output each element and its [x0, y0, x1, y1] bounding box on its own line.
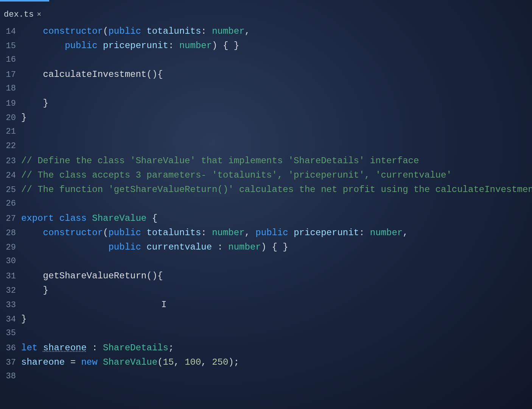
line-number: 35 — [0, 328, 21, 338]
code-line[interactable]: 37 shareone = new ShareValue(15, 100, 25… — [0, 357, 532, 372]
code-line[interactable]: 25 // The function 'getShareValueReturn(… — [0, 184, 532, 199]
code-line[interactable]: 32 } — [0, 285, 532, 300]
line-number: 15 — [0, 41, 21, 51]
line-number: 26 — [0, 199, 21, 208]
code-content[interactable]: // The class accepts 3 parameters- 'tota… — [21, 170, 532, 180]
code-content[interactable]: public priceperunit: number) { } — [21, 41, 532, 51]
code-content[interactable]: constructor(public totalunits: number, p… — [21, 228, 532, 238]
tab-label: dex.ts — [4, 10, 34, 19]
code-line[interactable]: 22 — [0, 141, 532, 156]
line-number: 36 — [0, 343, 21, 353]
code-content[interactable]: } — [21, 98, 532, 108]
line-number: 31 — [0, 272, 21, 281]
code-editor[interactable]: 14 constructor(public totalunits: number… — [0, 26, 532, 386]
code-line[interactable]: 21 — [0, 127, 532, 141]
code-line[interactable]: 28 constructor(public totalunits: number… — [0, 228, 532, 242]
code-content[interactable]: I — [21, 300, 532, 310]
code-line[interactable]: 14 constructor(public totalunits: number… — [0, 26, 532, 41]
line-number: 24 — [0, 171, 21, 180]
tab-dex-ts[interactable]: dex.ts × — [0, 8, 45, 21]
line-number: 19 — [0, 99, 21, 108]
close-icon[interactable]: × — [37, 11, 41, 19]
code-line[interactable]: 15 public priceperunit: number) { } — [0, 41, 532, 55]
code-line[interactable]: 27 export class ShareValue { — [0, 213, 532, 228]
code-content[interactable]: // Define the class 'ShareValue' that im… — [21, 156, 532, 166]
code-content[interactable]: calculateInvestment(){ — [21, 69, 532, 80]
line-number: 21 — [0, 127, 21, 136]
code-line[interactable]: 26 — [0, 199, 532, 213]
code-line[interactable]: 33 I — [0, 300, 532, 314]
code-content[interactable]: } — [21, 112, 532, 123]
code-line[interactable]: 19 } — [0, 98, 532, 112]
code-content[interactable]: } — [21, 314, 532, 324]
line-number: 34 — [0, 315, 21, 324]
line-number: 25 — [0, 185, 21, 195]
line-number: 16 — [0, 55, 21, 64]
code-content[interactable]: export class ShareValue { — [21, 213, 532, 223]
code-line[interactable]: 30 — [0, 256, 532, 271]
code-line[interactable]: 17 calculateInvestment(){ — [0, 69, 532, 84]
code-line[interactable]: 35 — [0, 328, 532, 343]
line-number: 28 — [0, 228, 21, 238]
code-line[interactable]: 18 — [0, 84, 532, 98]
code-line[interactable]: 38 — [0, 372, 532, 386]
line-number: 22 — [0, 141, 21, 151]
code-line[interactable]: 29 public currentvalue : number) { } — [0, 242, 532, 256]
code-content[interactable]: public currentvalue : number) { } — [21, 242, 532, 252]
code-line[interactable]: 34 } — [0, 314, 532, 328]
code-content[interactable]: let shareone : ShareDetails; — [21, 343, 532, 353]
code-content[interactable]: getShareValueReturn(){ — [21, 271, 532, 281]
editor-tabbar: dex.ts × — [0, 2, 532, 26]
line-number: 33 — [0, 300, 21, 310]
line-number: 27 — [0, 214, 21, 223]
code-line[interactable]: 20 } — [0, 112, 532, 127]
line-number: 18 — [0, 84, 21, 93]
line-number: 37 — [0, 358, 21, 367]
code-content[interactable]: shareone = new ShareValue(15, 100, 250); — [21, 357, 532, 367]
code-content[interactable]: constructor(public totalunits: number, — [21, 26, 532, 36]
line-number: 32 — [0, 286, 21, 295]
code-line[interactable]: 31 getShareValueReturn(){ — [0, 271, 532, 285]
code-line[interactable]: 24 // The class accepts 3 parameters- 't… — [0, 170, 532, 184]
code-line[interactable]: 23 // Define the class 'ShareValue' that… — [0, 156, 532, 170]
text-cursor-icon: I — [161, 300, 166, 310]
line-number: 29 — [0, 243, 21, 252]
code-line[interactable]: 36 let shareone : ShareDetails; — [0, 343, 532, 357]
code-line[interactable]: 16 — [0, 55, 532, 69]
line-number: 17 — [0, 70, 21, 80]
line-number: 23 — [0, 156, 21, 166]
code-content[interactable]: } — [21, 285, 532, 295]
line-number: 20 — [0, 113, 21, 123]
line-number: 38 — [0, 372, 21, 381]
line-number: 14 — [0, 27, 21, 36]
code-content[interactable]: // The function 'getShareValueReturn()' … — [21, 184, 532, 195]
line-number: 30 — [0, 256, 21, 266]
